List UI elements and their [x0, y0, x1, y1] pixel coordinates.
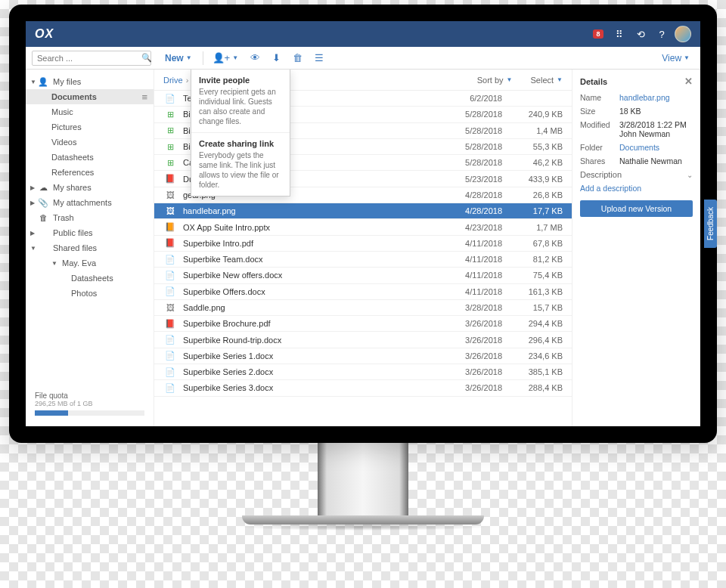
chevron-down-icon[interactable]: ⌄ [687, 171, 693, 179]
breadcrumb[interactable]: Drive› [163, 76, 191, 85]
folder-menu-icon[interactable]: ≡ [141, 91, 147, 103]
sidebar-item-datasheets2[interactable]: Datasheets [26, 271, 154, 286]
view-button[interactable]: 👁 [244, 47, 266, 69]
file-size: 26,8 KB [502, 190, 563, 200]
file-row[interactable]: 📄Superbike Offers.docx4/11/2018161,3 KB [154, 284, 572, 300]
file-row[interactable]: 📄Superbike Series 1.docx3/26/2018234,6 K… [154, 348, 572, 364]
file-row[interactable]: 📄Superbike Team.docx4/11/201881,2 KB [154, 252, 572, 268]
file-size: 1,4 MB [502, 126, 563, 135]
detail-folder[interactable]: Documents [619, 143, 693, 152]
file-date: 3/26/2018 [442, 383, 502, 392]
close-icon[interactable]: ✕ [684, 76, 693, 87]
sidebar-item-pictures[interactable]: Pictures [26, 119, 154, 135]
file-icon: 🖼 [163, 190, 177, 200]
sidebar-item-myshares[interactable]: ▶☁My shares [26, 180, 154, 195]
file-size: 385,1 KB [502, 367, 563, 376]
sidebar-item-videos[interactable]: Videos [26, 135, 154, 150]
details-panel: Details✕ Namehandlebar.png Size18 KB Mod… [572, 70, 700, 426]
sidebar-item-publicfiles[interactable]: ▶Public files [26, 225, 154, 240]
file-date: 5/28/2018 [442, 110, 502, 119]
file-icon: 📙 [163, 222, 177, 232]
view-menu[interactable]: View▼ [654, 47, 697, 69]
file-row[interactable]: 🖼Saddle.png3/28/201815,7 KB [154, 300, 572, 316]
sidebar-item-trash[interactable]: 🗑Trash [26, 210, 154, 225]
file-icon: 🖼 [163, 303, 177, 312]
file-size: 288,4 KB [502, 383, 563, 392]
file-size: 161,3 KB [502, 287, 563, 296]
file-size: 17,7 KB [502, 206, 563, 215]
file-icon: 📕 [163, 319, 177, 329]
file-row[interactable]: 📕Superbike Brochure.pdf3/26/2018294,4 KB [154, 316, 572, 332]
file-row[interactable]: 📄Superbike Series 3.docx3/26/2018288,4 K… [154, 380, 572, 396]
topbar: OX 8 ⠿ ⟲ ? [26, 21, 700, 47]
file-date: 6/2/2018 [442, 94, 502, 103]
apps-icon[interactable]: ⠿ [611, 26, 628, 42]
file-name: Superbike Series 2.docx [183, 367, 442, 376]
file-date: 4/23/2018 [442, 223, 502, 232]
file-icon: 📕 [163, 174, 177, 184]
file-name: Superbike Brochure.pdf [183, 319, 442, 328]
file-row[interactable]: 📄Superbike Round-trip.docx3/26/2018296,4… [154, 332, 572, 348]
detail-shares: Nathalie Newman [619, 156, 693, 166]
help-icon[interactable]: ? [653, 26, 670, 42]
avatar[interactable] [675, 26, 691, 42]
file-icon: ⊞ [163, 142, 177, 152]
refresh-icon[interactable]: ⟲ [632, 26, 649, 42]
file-size: 296,4 KB [502, 336, 563, 345]
search-field[interactable] [37, 54, 141, 63]
file-icon: 📄 [163, 271, 177, 280]
select-menu[interactable]: Select▼ [531, 76, 563, 85]
file-date: 4/28/2018 [442, 190, 502, 200]
file-date: 3/26/2018 [442, 351, 502, 361]
file-row[interactable]: 📄Superbike Series 2.docx3/26/2018385,1 K… [154, 364, 572, 380]
file-row[interactable]: 📙OX App Suite Intro.pptx4/23/20181,7 MB [154, 219, 572, 235]
sidebar-item-documents[interactable]: Documents≡ [26, 89, 154, 104]
file-size: 46,2 KB [502, 158, 563, 167]
file-date: 4/11/2018 [442, 287, 502, 296]
file-icon: 📕 [163, 238, 177, 248]
add-description[interactable]: Add a description [580, 184, 693, 193]
file-size: 1,7 MB [502, 223, 563, 232]
file-name: handlebar.png [183, 206, 442, 215]
file-date: 5/28/2018 [442, 158, 502, 167]
sidebar-item-myfiles[interactable]: ▼👤My files [26, 74, 154, 89]
file-size: 240,9 KB [502, 110, 563, 119]
file-date: 3/28/2018 [442, 303, 502, 312]
file-row[interactable]: 🖼handlebar.png4/28/201817,7 KB [154, 203, 572, 219]
file-size: 15,7 KB [502, 303, 563, 312]
file-size: 294,4 KB [502, 319, 563, 328]
file-icon: 📄 [163, 367, 177, 377]
file-icon: ⊞ [163, 110, 177, 119]
sidebar-item-references[interactable]: References [26, 165, 154, 180]
sidebar-item-datasheets[interactable]: Datasheets [26, 150, 154, 165]
new-button[interactable]: New▼ [157, 47, 200, 69]
more-button[interactable]: ☰ [309, 47, 330, 69]
file-quota: File quota 296,25 MB of 1 GB [26, 385, 154, 422]
sidebar-item-photos[interactable]: Photos [26, 286, 154, 301]
invite-people-option[interactable]: Invite people Every recipient gets an in… [191, 70, 290, 133]
file-name: Superbike Intro.pdf [183, 239, 442, 248]
file-date: 5/28/2018 [442, 142, 502, 151]
delete-button[interactable]: 🗑 [287, 47, 309, 69]
sidebar-item-sharedfiles[interactable]: ▼Shared files [26, 240, 154, 255]
file-size: 55,3 KB [502, 142, 563, 151]
sidebar-item-mayeva[interactable]: ▼May. Eva [26, 255, 154, 271]
file-date: 3/26/2018 [442, 319, 502, 328]
detail-name[interactable]: handlebar.png [619, 93, 693, 102]
file-date: 5/23/2018 [442, 175, 502, 184]
sidebar-item-myattachments[interactable]: ▶📎My attachments [26, 195, 154, 210]
file-row[interactable]: 📄Superbike New offers.docx4/11/201875,4 … [154, 268, 572, 283]
download-button[interactable]: ⬇ [266, 47, 287, 69]
file-icon: ⊞ [163, 158, 177, 168]
share-button[interactable]: 👤+▼ [206, 47, 245, 69]
file-date: 5/28/2018 [442, 126, 502, 135]
create-link-option[interactable]: Create sharing link Everybody gets the s… [191, 133, 290, 196]
search-input[interactable]: 🔍 [32, 51, 151, 66]
file-row[interactable]: 📕Superbike Intro.pdf4/11/201867,8 KB [154, 236, 572, 252]
file-icon: 📄 [163, 255, 177, 265]
upload-version-button[interactable]: Upload new Version [580, 200, 693, 217]
file-icon: 🖼 [163, 206, 177, 215]
notification-badge[interactable]: 8 [590, 26, 607, 42]
sortby-menu[interactable]: Sort by▼ [477, 76, 513, 85]
sidebar-item-music[interactable]: Music [26, 104, 154, 119]
